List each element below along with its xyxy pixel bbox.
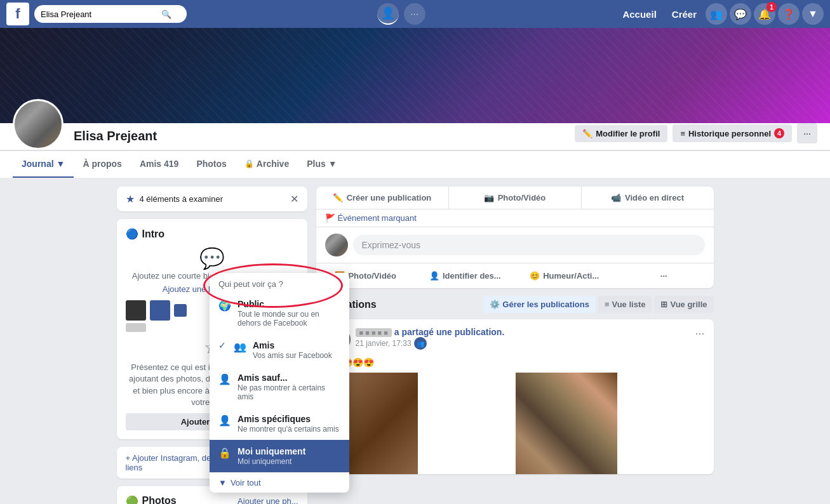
tab-photos-label: Photos <box>196 159 226 169</box>
profile-info-row: Elisa Prejeant ✏️ Modifier le profil ≡ H… <box>0 123 830 150</box>
profile-name-area: Elisa Prejeant <box>74 129 575 150</box>
search-input[interactable] <box>41 10 161 19</box>
tab-archive[interactable]: 🔒 Archive <box>236 151 298 178</box>
tab-plus-chevron: ▼ <box>328 159 337 169</box>
photos-icon: 🟢 <box>126 495 138 504</box>
profile-actions: ✏️ Modifier le profil ≡ Historique perso… <box>575 123 817 150</box>
friends-icon: 👥 <box>710 8 723 20</box>
featured-box-dark <box>126 300 146 321</box>
tab-journal-chevron: ▼ <box>57 159 65 169</box>
profile-avatar-wrap <box>13 99 64 150</box>
list-icon: ≡ <box>680 129 685 138</box>
dropdown-item-moi-content: Moi uniquement Moi uniquement <box>238 446 305 466</box>
main-content: ★ 4 éléments à examiner ✕ 🔵 Intro 💬 Ajou… <box>104 178 726 504</box>
globe-icon: 🌍 <box>218 300 231 312</box>
profile-header: Elisa Prejeant ✏️ Modifier le profil ≡ H… <box>0 28 830 178</box>
intro-chat-icon: 💬 <box>126 246 298 270</box>
friend-visibility-icon: 👥 <box>414 337 427 350</box>
tab-plus-label: Plus <box>307 159 326 169</box>
dropdown-title: Qui peut voir ça ? <box>210 273 349 293</box>
dots-icon: ··· <box>411 10 419 18</box>
featured-box-blue <box>150 300 170 321</box>
history-button[interactable]: ≡ Historique personnel 4 <box>673 124 792 142</box>
tab-photos[interactable]: Photos <box>187 151 235 178</box>
camera-icon: 📷 <box>484 193 494 202</box>
facebook-logo[interactable]: f <box>6 3 29 25</box>
tag-icon: 👤 <box>429 271 439 281</box>
tab-journal-label: Journal <box>22 159 54 169</box>
lock-privacy-icon: 🔒 <box>218 447 231 459</box>
star-icon: ★ <box>126 193 135 205</box>
profile-avatar[interactable] <box>13 99 64 150</box>
add-photo-link[interactable]: Ajouter une ph... <box>238 496 298 504</box>
vue-liste-btn[interactable]: ≡ Vue liste <box>598 296 652 313</box>
post-more-btn[interactable]: ··· <box>695 327 704 340</box>
dots-nav-icon[interactable]: ··· <box>404 3 425 25</box>
tab-plus[interactable]: Plus ▼ <box>298 151 345 178</box>
tab-apropos[interactable]: À propos <box>74 151 130 178</box>
see-all-btn[interactable]: ▼ Voir tout <box>210 472 349 493</box>
view-buttons: ⚙️ Gérer les publications ≡ Vue liste ⊞ … <box>483 296 713 313</box>
profile-name: Elisa Prejeant <box>74 129 575 143</box>
video-icon: 📹 <box>611 193 621 202</box>
close-button[interactable]: ✕ <box>290 193 298 205</box>
manage-publications-btn[interactable]: ⚙️ Gérer les publications <box>483 296 596 313</box>
messenger-icon-btn[interactable]: 💬 <box>730 3 751 25</box>
chevron-down-privacy-icon: ▼ <box>218 478 227 487</box>
tab-apropos-label: À propos <box>83 159 121 169</box>
tab-amis[interactable]: Amis 419 <box>131 151 187 178</box>
post-caption: ntin 😍😍😍 <box>316 357 714 373</box>
history-badge: 4 <box>774 128 784 138</box>
tab-journal[interactable]: Journal ▼ <box>13 151 74 178</box>
more-options-button[interactable]: ··· <box>797 123 817 143</box>
profile-tabs: Journal ▼ À propos Amis 419 Photos 🔒 Arc… <box>0 150 830 178</box>
post-header: ■ ■ ■ ■ ■ a partagé une publication. 21 … <box>316 319 714 357</box>
accueil-btn[interactable]: Accueil <box>616 6 662 22</box>
tab-video-direct[interactable]: 📹 Vidéo en direct <box>582 187 714 209</box>
user-profile-nav-icon[interactable]: 👤 <box>377 3 399 25</box>
creer-btn[interactable]: Créer <box>666 6 703 22</box>
chevron-down-icon: ▼ <box>808 8 818 20</box>
notification-card: ★ 4 éléments à examiner ✕ <box>117 187 307 211</box>
intro-title: 🔵 Intro <box>126 228 298 240</box>
dropdown-item-public-content: Public Tout le monde sur ou en dehors de… <box>238 299 340 328</box>
evenement-marquant-btn[interactable]: 🚩 Événement marquant <box>316 209 714 227</box>
top-navigation: f 🔍 👤 ··· Accueil Créer 👥 💬 🔔 1 ❓ ▼ <box>0 0 830 28</box>
help-icon-btn[interactable]: ❓ <box>778 3 800 25</box>
tab-creer-publication[interactable]: ✏️ Créer une publication <box>316 187 448 209</box>
notifications-icon-btn[interactable]: 🔔 1 <box>754 3 775 25</box>
post-user-name: ■ ■ ■ ■ ■ a partagé une publication. <box>356 327 690 337</box>
nav-right: Accueil Créer 👥 💬 🔔 1 ❓ ▼ <box>616 3 824 25</box>
tab-amis-label: Amis 419 <box>140 159 178 169</box>
cover-photo <box>0 28 830 123</box>
dropdown-item-amis-specifiques[interactable]: 👤 Amis spécifiques Ne montrer qu'à certa… <box>210 408 349 440</box>
post-avatar <box>325 234 348 256</box>
search-bar[interactable]: 🔍 <box>34 5 187 23</box>
humeur-action[interactable]: 😊 Humeur/Acti... <box>515 266 615 286</box>
dropdown-item-amis[interactable]: ✓ 👥 Amis Vos amis sur Facebook <box>210 334 349 366</box>
settings-icon-btn[interactable]: ▼ <box>802 3 824 25</box>
edit-profile-button[interactable]: ✏️ Modifier le profil <box>575 125 667 142</box>
more-action[interactable]: ··· <box>614 266 714 286</box>
tab-photo-video[interactable]: 📷 Photo/Vidéo <box>449 187 581 209</box>
dropdown-item-amis-content: Amis Vos amis sur Facebook <box>253 340 332 360</box>
post-input-row: Exprimez-vous <box>316 227 714 263</box>
featured-box-grey <box>126 323 146 332</box>
featured-box-small-blue <box>174 304 187 317</box>
dropdown-item-moi[interactable]: 🔒 Moi uniquement Moi uniquement <box>210 440 349 472</box>
post-image-2[interactable] <box>516 373 617 474</box>
vue-grille-btn[interactable]: ⊞ Vue grille <box>654 296 713 313</box>
list-view-icon: ≡ <box>605 300 610 309</box>
dropdown-item-amis-sauf[interactable]: 👤 Amis sauf... Ne pas montrer à certains… <box>210 366 349 408</box>
post-name-blurred: ■ ■ ■ ■ ■ <box>356 328 392 337</box>
post-input-field[interactable]: Exprimez-vous <box>353 235 705 255</box>
grid-view-icon: ⊞ <box>660 300 667 309</box>
friends-icon-btn[interactable]: 👥 <box>706 3 727 25</box>
identifier-action[interactable]: 👤 Identifier des... <box>415 266 515 286</box>
photos-title: 🟢 Photos <box>126 495 177 504</box>
help-icon: ❓ <box>782 8 795 20</box>
post-images <box>316 373 714 474</box>
person-minus-icon: 👤 <box>218 373 231 385</box>
dropdown-item-public[interactable]: 🌍 Public Tout le monde sur ou en dehors … <box>210 293 349 334</box>
edit-icon: ✏️ <box>582 129 592 138</box>
